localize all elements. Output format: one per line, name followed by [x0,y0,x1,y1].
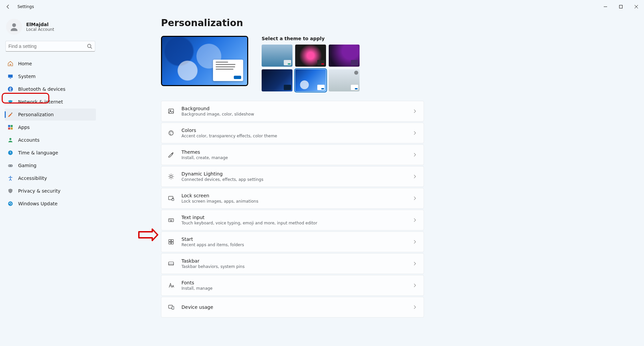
svg-line-32 [172,175,173,175]
sidebar-item-personalization[interactable]: Personalization [5,109,96,121]
desktop-preview [161,36,248,86]
accessibility-icon [7,175,13,181]
theme-tile-4[interactable] [295,69,326,91]
sidebar-item-home[interactable]: Home [5,58,96,70]
card-sub: Install, manage [181,286,413,291]
card-title: Taskbar [181,258,413,264]
card-dynamic-lighting[interactable]: Dynamic LightingConnected devices, effec… [161,166,424,187]
card-title: Themes [181,149,413,155]
svg-rect-43 [171,242,173,244]
svg-rect-37 [170,219,171,220]
svg-point-23 [170,132,170,133]
title-bar: Settings [0,0,644,13]
chevron-right-icon [413,196,418,201]
card-title: Text input [181,215,413,220]
chevron-right-icon [413,239,418,244]
card-sub: Install, create, manage [181,155,413,160]
sidebar-item-accessibility[interactable]: Accessibility [5,172,96,184]
sidebar-item-update[interactable]: Windows Update [5,198,96,210]
card-lock-screen[interactable]: Lock screenLock screen images, apps, ani… [161,188,424,209]
device-usage-icon [167,303,175,311]
update-icon [7,201,13,207]
card-start[interactable]: StartRecent apps and items, folders [161,231,424,252]
sidebar: ElMajdal Local Account HomeSystemBluetoo… [0,13,101,346]
window-controls [598,1,644,12]
sidebar-item-label: Time & language [18,150,58,155]
profile-sub: Local Account [26,27,54,32]
sidebar-item-label: Home [18,61,32,66]
card-title: Device usage [181,304,413,310]
svg-rect-5 [8,75,13,78]
sidebar-item-label: Privacy & security [18,188,60,194]
theme-grid [262,45,360,91]
svg-rect-47 [172,306,174,309]
svg-rect-10 [8,128,10,130]
svg-rect-40 [169,239,171,241]
card-background[interactable]: BackgroundBackground image, color, slide… [161,101,424,122]
svg-rect-35 [169,219,174,222]
chevron-right-icon [413,218,418,222]
svg-point-21 [171,131,171,132]
svg-rect-18 [169,109,174,113]
card-taskbar[interactable]: TaskbarTaskbar behaviors, system pins [161,253,424,274]
sidebar-item-label: Apps [18,125,30,130]
card-title: Dynamic Lighting [181,171,413,177]
sidebar-item-label: Accessibility [18,176,47,181]
personalization-icon [7,112,13,118]
theme-tile-0[interactable] [262,45,292,67]
search-box[interactable] [5,41,95,52]
profile-name: ElMajdal [26,22,54,27]
card-title: Fonts [181,280,413,285]
svg-rect-38 [172,219,172,220]
card-colors[interactable]: ColorsAccent color, transparency effects… [161,123,424,143]
svg-line-29 [169,175,170,175]
card-title: Start [181,236,413,242]
search-input[interactable] [8,44,87,49]
card-text-input[interactable]: Text inputTouch keyboard, voice typing, … [161,210,424,230]
card-fonts[interactable]: FontsInstall, manage [161,275,424,296]
sidebar-item-label: Windows Update [18,201,58,206]
svg-rect-11 [11,128,13,130]
maximize-button[interactable] [613,1,629,12]
sidebar-item-bluetooth[interactable]: Bluetooth & devices [5,83,96,95]
card-sub: Recent apps and items, folders [181,243,413,247]
chevron-right-icon [413,261,418,266]
avatar [6,19,22,35]
page-title: Personalization [161,17,631,28]
theme-tile-2[interactable] [329,45,360,67]
card-sub: Lock screen images, apps, animations [181,199,413,204]
chevron-right-icon [413,109,418,114]
card-device-usage[interactable]: Device usage [161,297,424,318]
theme-tile-3[interactable] [262,69,292,91]
card-title: Background [181,106,413,111]
sidebar-item-privacy[interactable]: Privacy & security [5,185,96,197]
minimize-button[interactable] [598,1,613,12]
lock-screen-icon [167,195,175,202]
dynamic-lighting-icon [167,173,175,180]
sidebar-item-network[interactable]: Network & internet [5,96,96,108]
svg-point-16 [10,176,11,177]
settings-card-list: BackgroundBackground image, color, slide… [161,101,424,318]
sidebar-item-gaming[interactable]: Gaming [5,159,96,171]
sidebar-item-apps[interactable]: Apps [5,121,96,133]
svg-line-30 [172,178,173,179]
card-sub: Background image, color, slideshow [181,112,413,117]
sidebar-item-time[interactable]: Time & language [5,147,96,159]
sidebar-item-system[interactable]: System [5,70,96,82]
privacy-icon [7,188,13,194]
sidebar-item-label: Bluetooth & devices [18,86,65,92]
chevron-right-icon [413,152,418,157]
svg-rect-36 [169,219,170,220]
sidebar-item-accounts[interactable]: Accounts [5,134,96,146]
profile-block[interactable]: ElMajdal Local Account [5,17,96,41]
svg-point-24 [170,176,172,178]
system-icon [7,73,13,79]
card-themes[interactable]: ThemesInstall, create, manage [161,144,424,165]
close-button[interactable] [629,1,644,12]
svg-rect-9 [11,125,13,127]
theme-tile-5[interactable] [329,69,360,91]
apps-icon [7,124,13,130]
theme-tile-1[interactable] [295,45,326,67]
svg-rect-1 [620,5,623,8]
back-button[interactable] [5,4,11,9]
